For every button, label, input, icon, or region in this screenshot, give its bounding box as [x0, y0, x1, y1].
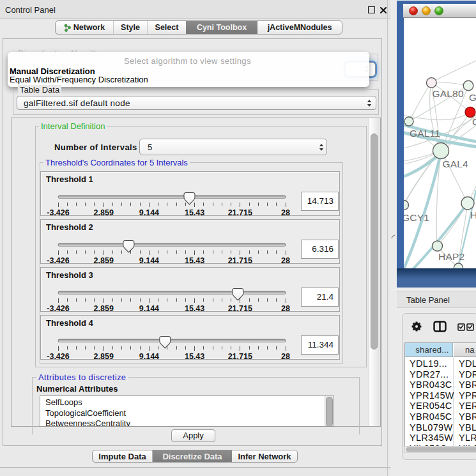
- svg-text:-3.426: -3.426: [47, 304, 69, 313]
- svg-text:GCY1: GCY1: [404, 212, 429, 223]
- svg-text:21.715: 21.715: [228, 256, 252, 265]
- svg-text:GA: GA: [469, 92, 476, 103]
- svg-text:HI: HI: [470, 210, 476, 220]
- svg-text:2.859: 2.859: [94, 352, 114, 361]
- svg-text:9.144: 9.144: [139, 352, 159, 361]
- svg-text:15.43: 15.43: [185, 352, 204, 361]
- svg-text:2.859: 2.859: [94, 208, 114, 217]
- svg-text:21.715: 21.715: [228, 208, 252, 217]
- svg-text:9.144: 9.144: [139, 304, 159, 313]
- svg-text:HAP2: HAP2: [438, 251, 464, 262]
- svg-text:9.144: 9.144: [139, 256, 159, 265]
- svg-text:2.859: 2.859: [94, 304, 114, 313]
- svg-text:21.715: 21.715: [228, 352, 252, 361]
- svg-text:CY: CY: [472, 116, 476, 127]
- svg-text:28: 28: [281, 256, 290, 265]
- svg-text:15.43: 15.43: [185, 208, 204, 217]
- svg-text:2.859: 2.859: [94, 256, 114, 265]
- svg-text:15.43: 15.43: [185, 304, 204, 313]
- svg-text:-3.426: -3.426: [47, 256, 69, 265]
- svg-text:15.43: 15.43: [185, 256, 204, 265]
- svg-text:GAL4: GAL4: [443, 158, 469, 169]
- svg-text:28: 28: [281, 304, 290, 313]
- svg-text:-3.426: -3.426: [47, 208, 69, 217]
- svg-text:28: 28: [281, 352, 290, 361]
- svg-text:9.144: 9.144: [139, 208, 159, 217]
- svg-text:GAL11: GAL11: [410, 128, 440, 139]
- svg-text:GAL80: GAL80: [433, 88, 464, 99]
- svg-text:21.715: 21.715: [228, 304, 252, 313]
- svg-text:28: 28: [281, 208, 290, 217]
- svg-text:-3.426: -3.426: [47, 352, 69, 361]
